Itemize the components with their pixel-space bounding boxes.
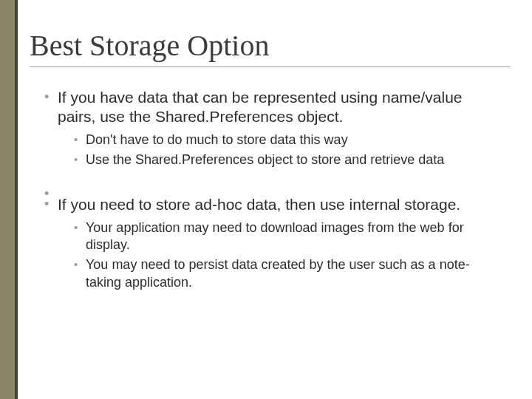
list-item: Don't have to do much to store data this… <box>74 132 502 149</box>
slide-content: Best Storage Option If you have data tha… <box>30 30 510 307</box>
sub-list: Your application may need to download im… <box>58 219 502 292</box>
bullet-list: If you have data that can be represented… <box>30 88 510 291</box>
list-item-text: Don't have to do much to store data this… <box>86 132 348 147</box>
list-item: You may need to persist data created by … <box>74 256 502 291</box>
slide: Best Storage Option If you have data tha… <box>0 0 532 399</box>
spacer <box>44 185 502 195</box>
list-item-text: Use the Shared.Preferences object to sto… <box>86 152 444 167</box>
list-item-text: If you have data that can be represented… <box>58 89 463 125</box>
list-item-text: If you need to store ad-hoc data, then u… <box>58 196 460 213</box>
list-item: If you need to store ad-hoc data, then u… <box>44 195 502 291</box>
list-item-text: You may need to persist data created by … <box>86 257 470 289</box>
sub-list: Don't have to do much to store data this… <box>58 132 502 169</box>
list-item-text: Your application may need to download im… <box>86 220 464 252</box>
accent-bar <box>0 0 15 399</box>
accent-bar-dark <box>15 0 18 399</box>
list-item: Your application may need to download im… <box>74 219 502 254</box>
list-item: If you have data that can be represented… <box>44 88 502 168</box>
slide-title: Best Storage Option <box>30 30 510 62</box>
list-item: Use the Shared.Preferences object to sto… <box>74 151 502 168</box>
title-wrap: Best Storage Option <box>30 30 510 67</box>
